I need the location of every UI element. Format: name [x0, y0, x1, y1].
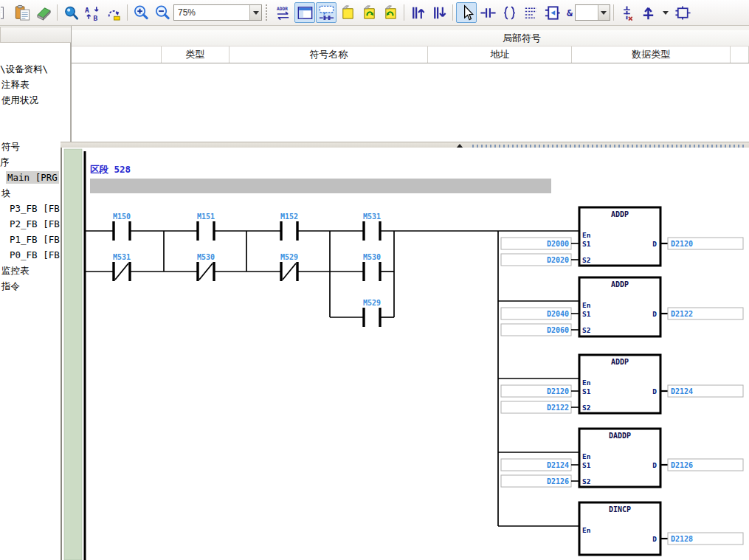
contact-M531-nc[interactable]: M531 [113, 253, 131, 281]
ladder-network[interactable]: 区段 528M150M151M152M531M531M530M529M530M5… [62, 148, 749, 560]
contact-M530-no[interactable]: M530 [363, 253, 381, 281]
operand-box-D2120[interactable]: D2120 [501, 385, 579, 397]
comment-display-toggle-button[interactable] [316, 2, 336, 23]
contact-tool-button[interactable] [477, 2, 498, 23]
logic-gate-selector[interactable]: & [563, 4, 610, 21]
insert-row-above-button[interactable] [407, 2, 428, 23]
function-block-DADDP[interactable]: DADDPEnS1D2124S2D2126DD2126 [501, 429, 743, 487]
line-up-tool-button[interactable] [638, 2, 659, 23]
network-tool-button[interactable] [673, 2, 694, 23]
column-header-符号名称[interactable]: 符号名称 [229, 46, 429, 63]
chevron-down-icon[interactable] [598, 5, 610, 20]
svg-text:S2: S2 [582, 404, 590, 412]
svg-text:ADDP: ADDP [611, 280, 629, 288]
tree-item[interactable]: 序 [0, 156, 70, 172]
column-header-类型[interactable]: 类型 [162, 46, 229, 63]
tree-item[interactable] [0, 125, 70, 141]
toolbar-separator [57, 4, 58, 21]
contact-M529-no[interactable]: M529 [363, 299, 381, 327]
wire-tool-button[interactable] [617, 2, 638, 23]
tree-item[interactable]: P0_FB [FB [0, 249, 70, 265]
chevron-down-icon[interactable] [249, 5, 261, 20]
output-box-D2122[interactable]: D2122 [660, 308, 743, 319]
tree-item[interactable]: P1_FB [FB [0, 234, 70, 249]
function-block-ADDP[interactable]: ADDPEnS1D2000S2D2020DD2120 [501, 207, 743, 266]
symbol-table-title-bar: 局部符号 [72, 30, 749, 46]
zoom-level-combobox[interactable]: 75% [173, 4, 262, 21]
contact-M150-no[interactable]: M150 [113, 212, 131, 241]
paste-button[interactable] [12, 2, 32, 23]
bookmark-button[interactable] [337, 2, 358, 23]
find-button[interactable] [61, 2, 81, 23]
tree-item-selected[interactable]: Main [PRG [6, 171, 59, 184]
copy-button[interactable] [0, 2, 11, 23]
output-box-D2128[interactable]: D2128 [660, 533, 743, 545]
network-tool-icon [674, 4, 691, 21]
instruction-tool-icon [522, 4, 539, 21]
eraser-button[interactable] [33, 2, 54, 23]
logic-gate-combobox[interactable] [575, 4, 610, 21]
contact-M531-no[interactable]: M531 [363, 212, 381, 241]
tree-item[interactable]: 块 [0, 187, 70, 203]
insert-row-below-icon [431, 4, 448, 21]
network-comment-bar[interactable] [90, 179, 551, 193]
contact-M152-no[interactable]: M152 [280, 212, 298, 241]
symbol-table-header-row: 类型符号名称地址数据类型 [72, 46, 749, 63]
tree-item[interactable]: P3_FB [FB [0, 203, 70, 218]
svg-text:D2126: D2126 [671, 461, 693, 469]
copy-icon [0, 4, 10, 21]
svg-text:D2124: D2124 [671, 387, 693, 395]
bookmark-next-button[interactable] [380, 2, 401, 23]
output-box-D2126[interactable]: D2126 [660, 459, 743, 471]
tree-item[interactable] [0, 110, 70, 125]
svg-text:D2060: D2060 [547, 326, 569, 334]
bookmark-prev-icon [361, 4, 378, 21]
line-up-dropdown[interactable] [660, 2, 672, 23]
select-tool-button[interactable] [456, 2, 477, 23]
tree-item[interactable]: Main [PRG [0, 172, 70, 187]
svg-text:D: D [652, 461, 657, 469]
operand-box-D2000[interactable]: D2000 [501, 238, 579, 249]
function-block-tool-button[interactable] [542, 2, 562, 23]
operand-box-D2060[interactable]: D2060 [501, 324, 579, 336]
function-block-DINCP[interactable]: DINCPEnDD2128 [579, 502, 743, 555]
address-mode-button[interactable]: ADDR [273, 2, 294, 23]
coil-tool-button[interactable] [499, 2, 520, 23]
tree-item[interactable]: 符号 [0, 141, 70, 156]
operand-box-D2040[interactable]: D2040 [501, 308, 579, 319]
bookmark-icon [339, 4, 356, 21]
contact-M151-no[interactable]: M151 [197, 212, 215, 241]
tree-item[interactable]: 注释表 [0, 79, 70, 94]
operand-box-D2124[interactable]: D2124 [501, 459, 579, 471]
tree-item[interactable]: 监控表 [0, 265, 70, 280]
column-header-地址[interactable]: 地址 [428, 46, 572, 63]
output-box-D2120[interactable]: D2120 [660, 238, 743, 249]
tree-item[interactable]: 指令 [0, 280, 70, 296]
column-header-数据类型[interactable]: 数据类型 [572, 46, 731, 63]
column-header-blank[interactable] [731, 46, 749, 63]
goto-button[interactable] [103, 2, 124, 23]
symbol-table-body[interactable] [72, 63, 749, 142]
svg-text:D2020: D2020 [547, 256, 569, 264]
output-box-D2124[interactable]: D2124 [660, 385, 743, 397]
insert-row-below-button[interactable] [429, 2, 449, 23]
contact-M530-nc[interactable]: M530 [197, 253, 215, 281]
operand-box-D2126[interactable]: D2126 [501, 475, 579, 487]
bookmark-prev-button[interactable] [359, 2, 379, 23]
operand-box-D2122[interactable]: D2122 [501, 401, 579, 413]
symbol-panel-toggle-button[interactable] [294, 2, 315, 23]
zoom-out-button[interactable] [152, 2, 173, 23]
tree-item[interactable]: P2_FB [FB [0, 218, 70, 234]
ladder-editor[interactable]: 区段 528M150M151M152M531M531M530M529M530M5… [61, 148, 749, 560]
instruction-tool-button[interactable] [520, 2, 541, 23]
operand-box-D2020[interactable]: D2020 [501, 254, 579, 266]
contact-M529-nc[interactable]: M529 [280, 253, 298, 281]
function-block-ADDP[interactable]: ADDPEnS1D2120S2D2122DD2124 [501, 355, 743, 413]
svg-text:M529: M529 [363, 299, 381, 307]
column-header-blank[interactable] [72, 46, 162, 63]
zoom-in-button[interactable] [131, 2, 151, 23]
tree-item[interactable]: 使用状况 [0, 94, 70, 110]
function-block-ADDP[interactable]: ADDPEnS1D2040S2D2060DD2122 [501, 277, 743, 336]
tree-item[interactable]: \设备资料\ [0, 63, 70, 79]
replace-button[interactable]: AB [82, 2, 103, 23]
